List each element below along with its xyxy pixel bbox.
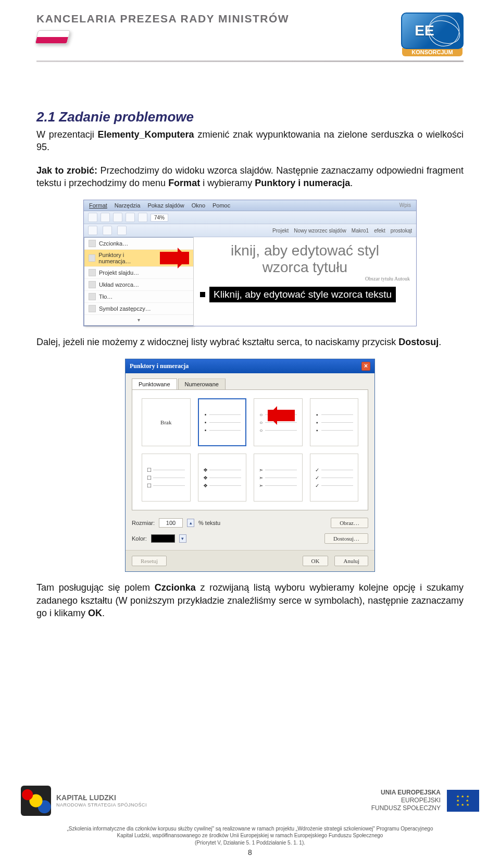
bullet-option-check[interactable]: ✓ ✓ ✓	[310, 454, 359, 502]
toolbar-button[interactable]	[88, 226, 97, 235]
toolbar-button[interactable]	[103, 226, 112, 235]
menu-expand[interactable]: ▾	[84, 315, 193, 325]
bullet-styles-grid: Brak • • • ○ ○ ○ ▪ ▪ ▪ ☐	[132, 389, 368, 510]
red-arrow-icon	[160, 252, 189, 264]
area-label: Obszar tytułu Autouk	[200, 276, 410, 282]
format-dropdown: Czcionka… Punktory i numeracja… Projekt …	[84, 237, 193, 326]
red-arrow-icon	[268, 410, 295, 421]
color-swatch[interactable]	[151, 534, 175, 543]
close-icon[interactable]: ×	[361, 362, 370, 371]
mi-label: Czcionka…	[99, 240, 128, 247]
kancelaria-title: KANCELARIA PREZESA RADY MINISTRÓW	[36, 13, 289, 25]
dialog-footer: Resetuj OK Anuluj	[126, 550, 374, 571]
reset-button[interactable]: Resetuj	[132, 556, 167, 566]
tb-label[interactable]: Nowy wzorzec slajdów	[294, 228, 346, 234]
dostosuj-paragraph: Dalej, jeżeli nie możemy z widocznej lis…	[36, 336, 464, 348]
section-heading: 2.1 Zadanie problemowe	[36, 109, 464, 125]
bullet-option-diamond[interactable]: ❖ ❖ ❖	[198, 454, 247, 502]
menu-item-bullets[interactable]: Punktory i numeracja…	[84, 250, 193, 267]
text: W prezentacji	[36, 129, 98, 140]
toolbar-button[interactable]	[138, 213, 147, 222]
menu-window[interactable]: Okno	[192, 202, 205, 209]
image-button[interactable]: Obraz…	[331, 518, 368, 528]
disclaimer-line-1: „Szkolenia informatyczne dla członków ko…	[67, 825, 433, 833]
text: Kliknij, aby edytować style wzorca tekst…	[209, 287, 396, 302]
menu-help[interactable]: Pomoc	[213, 202, 230, 209]
menu-slideshow[interactable]: Pokaz slajdów	[147, 202, 184, 209]
bullet-option-arrow[interactable]: ➣ ➣ ➣	[254, 454, 303, 502]
page-number: 8	[248, 848, 252, 857]
bullet-option-disc[interactable]: • • •	[198, 398, 247, 446]
bullet-option-box[interactable]: ☐ ☐ ☐	[142, 454, 191, 502]
dialog-title: Punktory i numeracja	[130, 362, 189, 370]
tb-label[interactable]: Makro1	[352, 228, 369, 234]
dialog-titlebar: Punktory i numeracja ×	[126, 359, 374, 373]
kl-mark-icon	[21, 786, 51, 816]
mi-label: Układ wzorca…	[99, 282, 139, 288]
ue-line3: FUNDUSZ SPOŁECZNY	[371, 804, 441, 812]
tb-label[interactable]: prostokąt	[391, 228, 412, 234]
ok-button[interactable]: OK	[303, 556, 329, 566]
bullet-icon: ☐	[147, 483, 151, 488]
impress-toolbar-2: Projekt Nowy wzorzec slajdów Makro1 efek…	[84, 224, 416, 237]
color-row: Kolor: ▾ Dostosuj…	[132, 533, 368, 544]
text: Tam posługując się polem	[36, 582, 155, 593]
dialog-tabs: Punktowane Numerowane	[132, 378, 368, 389]
bullet-icon: •	[203, 427, 207, 433]
size-spinner[interactable]: 100	[159, 518, 183, 528]
partner-logo: EE KONSORCJUM	[401, 13, 464, 56]
menu-item-font[interactable]: Czcionka…	[84, 238, 193, 250]
bullet-option-none[interactable]: Brak	[142, 398, 191, 446]
toolbar-button[interactable]	[117, 226, 127, 235]
bullets-icon	[89, 254, 95, 262]
toolbar-button[interactable]	[113, 213, 122, 222]
zoom-field[interactable]: 74%	[151, 214, 168, 222]
page-header: KANCELARIA PREZESA RADY MINISTRÓW EE KON…	[0, 0, 500, 56]
tb-label[interactable]: efekt	[374, 228, 385, 234]
design-icon	[89, 269, 96, 276]
screenshot-bullets-dialog: Punktory i numeracja × Punktowane Numero…	[125, 359, 375, 572]
spinner-up-down-icon[interactable]: ▴	[187, 519, 194, 527]
menu-item-master-layout[interactable]: Układ wzorca…	[84, 279, 193, 291]
menu-tools[interactable]: Narzędzia	[115, 202, 141, 209]
menu-item-background[interactable]: Tło…	[84, 291, 193, 303]
placeholder-icon	[89, 305, 96, 312]
toolbar-button[interactable]	[126, 213, 135, 222]
mi-label: Punktory i numeracja…	[98, 252, 154, 264]
tb-label[interactable]: Projekt	[272, 228, 289, 234]
mi-label: Tło…	[99, 294, 113, 300]
bullet-icon: ▪	[315, 427, 319, 433]
menu-item-slide-design[interactable]: Projekt slajdu…	[84, 267, 193, 279]
field-name: Czcionka	[155, 582, 196, 593]
bullet-icon: ☐	[147, 467, 151, 473]
ee-mcsk-badge: EE	[401, 13, 464, 49]
menu-format-item[interactable]: Format	[89, 202, 107, 209]
dostosuj-button[interactable]: Dostosuj…	[324, 533, 368, 544]
filename: Elementy_Komputera	[98, 129, 194, 140]
tab-numerowane[interactable]: Numerowane	[178, 378, 226, 389]
color-label: Kolor:	[132, 535, 147, 542]
toolbar-button[interactable]	[88, 213, 97, 222]
orbit-icon	[424, 13, 464, 49]
kl-sub: NARODOWA STRATEGIA SPÓJNOŚCI	[56, 802, 147, 808]
kl-title: KAPITAŁ LUDZKI	[56, 793, 147, 802]
body-placeholder[interactable]: Kliknij, aby edytować style wzorca tekst…	[200, 287, 410, 302]
tab-punktowane[interactable]: Punktowane	[132, 378, 177, 389]
cancel-button[interactable]: Anuluj	[334, 556, 368, 566]
bullet-icon: ❖	[203, 483, 207, 488]
size-suffix: % tekstu	[198, 520, 220, 526]
title-placeholder[interactable]: iknij, aby edytować styl wzorca tytułu	[200, 242, 410, 276]
bullet-icon: ✓	[315, 475, 319, 481]
ue-logo: UNIA EUROPEJSKA EUROPEJSKI FUNDUSZ SPOŁE…	[371, 789, 479, 812]
size-row: Rozmiar: 100 ▴ % tekstu Obraz…	[132, 518, 368, 528]
text: Dalej, jeżeli nie możemy z widocznej lis…	[36, 337, 398, 347]
intro-paragraph: W prezentacji Elementy_Komputera zmienić…	[36, 128, 464, 154]
mi-label: Projekt slajdu…	[99, 270, 139, 276]
toolbar-button[interactable]	[101, 213, 110, 222]
bullet-icon: ➣	[259, 483, 263, 488]
menu-item-placeholder[interactable]: Symbol zastępczy…	[84, 303, 193, 315]
bullet-option-square[interactable]: ▪ ▪ ▪	[310, 398, 359, 446]
document-content: 2.1 Zadanie problemowe W prezentacji Ele…	[0, 109, 500, 619]
text: wzorca tytułu	[200, 259, 410, 276]
chevron-down-icon[interactable]: ▾	[179, 534, 186, 543]
